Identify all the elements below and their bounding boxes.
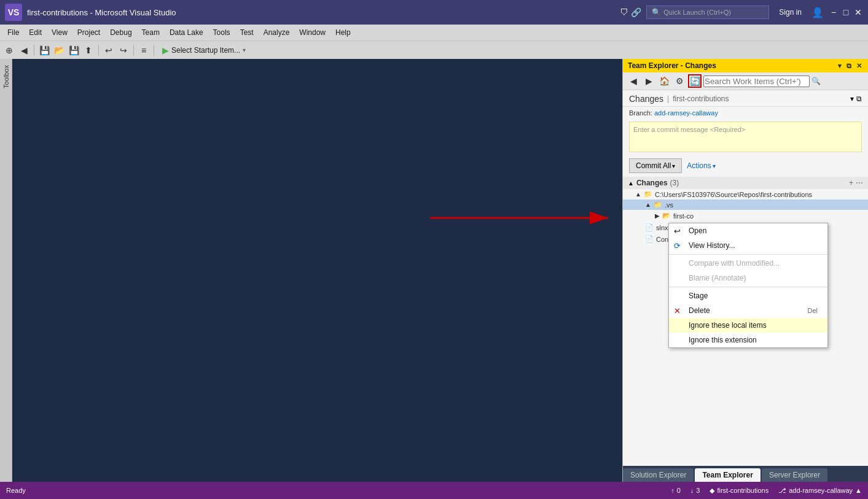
status-branch[interactable]: ◆ first-contributions (710, 487, 768, 495)
menu-file[interactable]: File (2, 27, 24, 38)
menu-tools[interactable]: Tools (208, 27, 235, 38)
ctx-delete[interactable]: ✕ Delete Del (669, 303, 827, 318)
te-forward-button[interactable]: ▶ (642, 74, 655, 88)
tab-solution-explorer[interactable]: Solution Explorer (623, 468, 694, 482)
ctx-ignore-local-label: Ignore these local items (689, 321, 767, 330)
te-repo-name: first-contributions (673, 95, 729, 103)
vs-expand-icon: ▲ (645, 201, 651, 208)
toolbar-undo-btn[interactable]: ↩ (102, 44, 115, 57)
status-git-branch[interactable]: ⎇ add-ramsey-callaway ▲ (778, 487, 862, 495)
menu-project[interactable]: Project (72, 27, 105, 38)
te-controls: ▾ ⧉ ✕ (837, 62, 863, 70)
menu-test[interactable]: Test (235, 27, 259, 38)
ctx-stage[interactable]: Stage (669, 288, 827, 303)
ctx-ignore-local[interactable]: Ignore these local items (669, 318, 827, 333)
status-up-count[interactable]: ↑ 0 (671, 487, 681, 494)
menu-debug[interactable]: Debug (105, 27, 136, 38)
maximize-button[interactable]: □ (841, 7, 851, 17)
first-co-folder-icon: 📂 (662, 212, 671, 220)
te-home-button[interactable]: 🏠 (657, 74, 671, 88)
user-icon[interactable]: 👤 (811, 7, 824, 18)
menu-help[interactable]: Help (330, 27, 356, 38)
menu-analyze[interactable]: Analyze (259, 27, 295, 38)
te-expand-button[interactable]: ⧉ (856, 95, 862, 103)
ctx-open[interactable]: ↩ Open (669, 223, 827, 238)
menu-window[interactable]: Window (294, 27, 330, 38)
te-back-button[interactable]: ◀ (627, 74, 640, 88)
toolbar-source-btn[interactable]: ⬆ (82, 44, 95, 57)
te-refresh-button[interactable]: 🔄 (688, 74, 702, 88)
te-search-button[interactable]: 🔍 (811, 77, 821, 85)
folder-icon: 📁 (644, 190, 652, 198)
quick-launch-text: Quick Launch (Ctrl+Q) (663, 9, 731, 16)
menu-edit[interactable]: Edit (24, 27, 47, 38)
te-header-arrow[interactable]: ▾ (850, 95, 854, 103)
tab-team-explorer[interactable]: Team Explorer (695, 468, 760, 482)
te-branch: Branch: add-ramsey-callaway (623, 107, 868, 119)
commit-all-label: Commit All (636, 161, 671, 170)
ctx-compare-label: Compare with Unmodified... (689, 259, 780, 268)
te-nav-bar: ◀ ▶ 🏠 ⚙ 🔄 🔍 (623, 72, 868, 90)
up-arrow-icon: ↑ (671, 487, 674, 494)
ctx-separator-1 (669, 254, 827, 255)
filter-icon[interactable]: ⛉ (620, 7, 628, 17)
toolbar-back-btn[interactable]: ◀ (17, 44, 31, 57)
startup-item-selector[interactable]: ▶ Select Startup Item... ▾ (162, 45, 246, 55)
vs-folder-item[interactable]: ▲ 📁 .vs (623, 199, 868, 210)
close-button[interactable]: ✕ (853, 7, 863, 17)
sign-in-button[interactable]: Sign in (779, 8, 802, 17)
te-settings-button[interactable]: ⚙ (673, 74, 686, 88)
first-co-expand-icon: ▶ (655, 212, 660, 219)
ctx-delete-label: Delete (689, 306, 710, 315)
te-commit-actions: Commit All ▾ Actions ▾ (623, 155, 868, 177)
toolbar-save-btn[interactable]: 💾 (67, 44, 80, 57)
minimize-button[interactable]: − (829, 7, 839, 17)
repo-path-item[interactable]: ▲ 📁 C:\Users\FS103976\Source\Repos\first… (623, 189, 868, 199)
toolbox-label: Toolbox (2, 65, 10, 88)
actions-arrow: ▾ (713, 163, 716, 169)
menu-datalake[interactable]: Data Lake (165, 27, 208, 38)
ctx-delete-icon: ✕ (674, 306, 681, 315)
te-title-text: Team Explorer - Changes (628, 61, 837, 70)
te-undock-button[interactable]: ⧉ (845, 62, 853, 70)
toolbar-save-all-btn[interactable]: 💾 (37, 44, 51, 57)
menu-team[interactable]: Team (137, 27, 165, 38)
toolbar-open-btn[interactable]: 📂 (52, 44, 66, 57)
ctx-blame: Blame (Annotate) (669, 271, 827, 285)
ctx-view-history[interactable]: ⟳ View History... (669, 238, 827, 253)
connect-icon[interactable]: 🔗 (631, 7, 641, 17)
first-co-text: first-co (673, 212, 694, 220)
te-close-button[interactable]: ✕ (855, 62, 863, 70)
actions-label: Actions (687, 161, 711, 170)
status-branch-name: first-contributions (717, 487, 768, 494)
te-title-bar: Team Explorer - Changes ▾ ⧉ ✕ (623, 59, 868, 72)
status-down-count[interactable]: ↓ 3 (690, 487, 700, 494)
actions-button[interactable]: Actions ▾ (687, 161, 715, 170)
commit-all-button[interactable]: Commit All ▾ (629, 158, 682, 173)
changes-group-header[interactable]: ▲ Changes (3) + ⋯ (623, 177, 868, 189)
more-changes-button[interactable]: ⋯ (856, 179, 863, 187)
commit-all-dropdown[interactable]: ▾ (672, 163, 675, 169)
add-changes-button[interactable]: + (849, 179, 853, 187)
first-co-folder-item[interactable]: ▶ 📂 first-co (623, 210, 868, 222)
toolbox-tab[interactable]: Toolbox (0, 59, 12, 482)
up-count: 0 (677, 487, 681, 494)
toolbar-redo-btn[interactable]: ↪ (117, 44, 130, 57)
quick-launch-box[interactable]: 🔍 Quick Launch (Ctrl+Q) (646, 6, 769, 19)
te-pin-button[interactable]: ▾ (837, 62, 843, 70)
ctx-ignore-ext[interactable]: Ignore this extension (669, 333, 827, 347)
branch-link[interactable]: add-ramsey-callaway (654, 109, 718, 117)
toolbar-misc-btn[interactable]: ≡ (137, 44, 151, 57)
te-commit-message[interactable]: Enter a commit message <Required> (629, 122, 862, 152)
menu-view[interactable]: View (47, 27, 72, 38)
ctx-open-icon: ↩ (674, 226, 681, 236)
ctx-delete-shortcut: Del (807, 307, 818, 314)
down-count: 3 (696, 487, 700, 494)
tab-server-explorer[interactable]: Server Explorer (762, 468, 827, 482)
panel-bottom-tabs: Solution Explorer Team Explorer Server E… (623, 466, 868, 482)
toolbar-new-btn[interactable]: ⊕ (2, 44, 16, 57)
collapse-icon: ▲ (635, 191, 641, 198)
down-arrow-icon: ↓ (690, 487, 694, 494)
te-search-input[interactable] (703, 75, 810, 87)
ctx-blame-label: Blame (Annotate) (689, 274, 746, 282)
